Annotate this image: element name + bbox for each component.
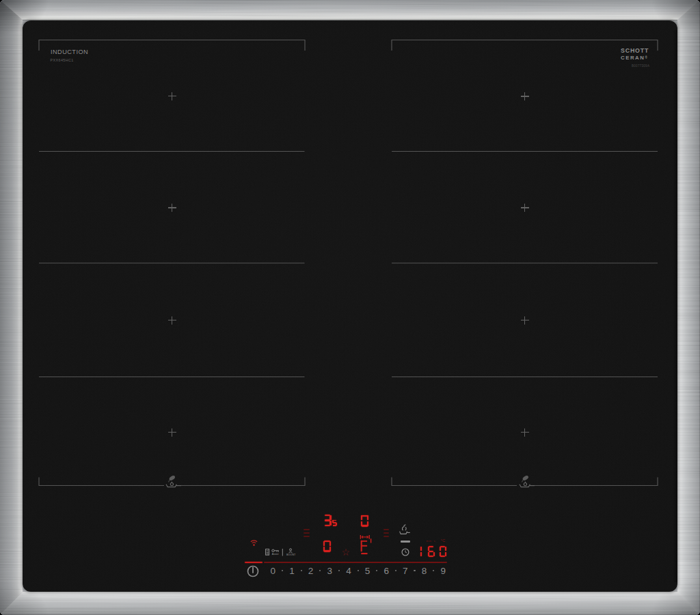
svg-text:Assist: Assist	[272, 553, 279, 556]
svg-text:BOOST: BOOST	[286, 554, 296, 556]
